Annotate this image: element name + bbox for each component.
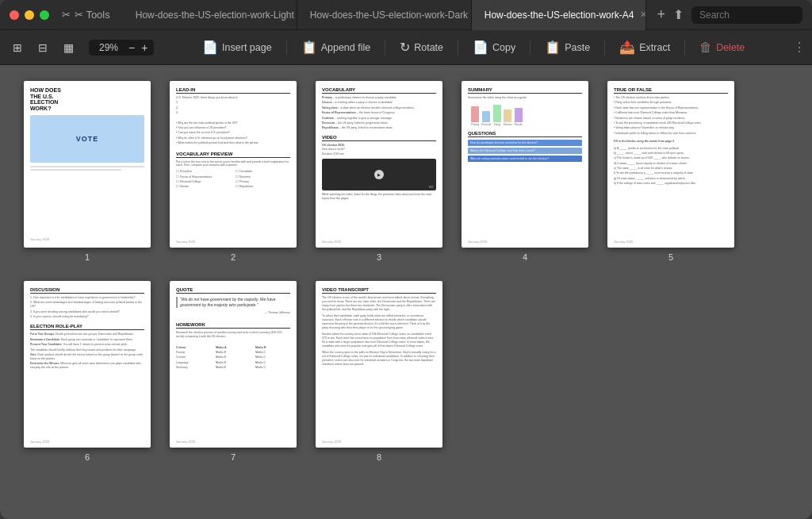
add-tab-button[interactable]: + bbox=[649, 3, 673, 27]
page7-footer: January 2020 bbox=[176, 440, 195, 444]
grid-view-button[interactable]: ⊞ bbox=[6, 37, 29, 59]
page5-blank6: f) To win the presidency a _____ must re… bbox=[614, 171, 728, 175]
delete-icon: 🗑 bbox=[699, 40, 712, 55]
page8-p1: The US election is one of the world's be… bbox=[322, 296, 436, 312]
delete-button[interactable]: 🗑 Delete bbox=[691, 37, 753, 59]
page-item-1[interactable]: HOW DOESTHE U.S.ELECTIONWORK? VOTE Janua… bbox=[24, 81, 151, 262]
page7-hw-text: Research the election process of another… bbox=[176, 331, 290, 339]
page-thumb-2: LEAD-IN U.S. Election 2020: three things… bbox=[170, 81, 297, 248]
page7-col2-h: Marks A bbox=[216, 346, 251, 350]
more-options-button[interactable]: ⋮ bbox=[793, 40, 806, 55]
page4-subtext: Summarise the video using the chart as a… bbox=[468, 96, 582, 100]
page-label-7: 7 bbox=[231, 452, 236, 462]
zoom-input[interactable]: 29% bbox=[94, 42, 124, 53]
page7-col2-r2: Marks B bbox=[216, 356, 251, 359]
page6-heading2: ELECTION ROLE-PLAY bbox=[30, 324, 144, 330]
page5-blank1: a) A _____ similar to an election for th… bbox=[614, 147, 728, 151]
tools-menu[interactable]: ✂ ✂ Tools bbox=[62, 9, 110, 21]
zoom-out-button[interactable]: − bbox=[127, 41, 136, 54]
page7-col1-r4: Summary bbox=[176, 366, 211, 370]
page-label-4: 4 bbox=[523, 252, 527, 262]
preview-button[interactable]: ▦ bbox=[57, 37, 79, 59]
page-label-5: 5 bbox=[668, 252, 673, 262]
page5-instruction6: • To win the presidency, a candidate nee… bbox=[614, 121, 728, 125]
page-label-8: 8 bbox=[377, 452, 381, 462]
page7-author: — Thomas Jefferson bbox=[176, 311, 290, 315]
page3-vocab3: Voting slate – a slate when an election … bbox=[322, 106, 436, 110]
page2-footer: January 2020 bbox=[176, 240, 195, 244]
append-file-button[interactable]: 📋 Append file bbox=[293, 36, 379, 59]
page2-q1: • Why are the two main political parties… bbox=[176, 121, 290, 125]
page1-title: HOW DOESTHE U.S.ELECTIONWORK? bbox=[30, 87, 144, 112]
page-item-4[interactable]: SUMMARY Summarise the video using the ch… bbox=[462, 81, 588, 262]
insert-page-button[interactable]: 📄 Insert page bbox=[194, 36, 280, 59]
titlebar-actions: ⬆ bbox=[673, 6, 802, 24]
page3-vocab4: House of Representatives – the lower hou… bbox=[322, 111, 436, 115]
pdf-tools: 📄 Insert page 📋 Append file ↻ Rotate 📄 C… bbox=[154, 36, 793, 59]
page-item-5[interactable]: TRUE OR FALSE • The US election involves… bbox=[607, 81, 734, 262]
page3-vocab2: Caucus – a meeting within a party to cho… bbox=[322, 101, 436, 105]
page1-vote-graphic: VOTE bbox=[30, 115, 144, 163]
share-icon[interactable]: ⬆ bbox=[673, 7, 684, 22]
tab-close-icon[interactable]: ✕ bbox=[640, 10, 645, 20]
page3-heading2: VIDEO bbox=[322, 135, 436, 141]
tab-dark[interactable]: How-does-the-US-election-work-Dark bbox=[297, 0, 472, 30]
page3-vocab5: Coalition – working together to give a s… bbox=[322, 117, 436, 121]
page5-instruction8: • Individuals prefer to telling states t… bbox=[614, 132, 728, 136]
extract-icon: 📤 bbox=[619, 40, 635, 55]
page5-blank4: d) 2 states _____ have majority to decla… bbox=[614, 162, 728, 166]
pdf-toolbar: ⊞ ⊟ ▦ 29% − + 📄 Insert page 📋 Append fil… bbox=[0, 30, 812, 65]
search-input[interactable] bbox=[691, 6, 802, 24]
page7-col3-r1: Marks C bbox=[255, 351, 290, 355]
page3-heading1: VOCABULARY bbox=[322, 87, 436, 94]
rotate-button[interactable]: ↻ Rotate bbox=[392, 36, 451, 59]
page8-heading: VIDEO TRANSCRIPT bbox=[322, 287, 436, 294]
page2-subtext1: U.S. Election 2020: three things you kno… bbox=[176, 96, 290, 100]
page-item-6[interactable]: DISCUSSION 1. How important is it for ca… bbox=[24, 281, 151, 462]
zoom-in-button[interactable]: + bbox=[140, 41, 149, 54]
page6-rp2: Nominate a Candidate: Each group can nom… bbox=[30, 338, 144, 342]
page-item-8[interactable]: VIDEO TRANSCRIPT The US election is one … bbox=[316, 281, 442, 462]
page6-rp5: Vote: Each student should decide the win… bbox=[30, 353, 144, 361]
minimize-button[interactable] bbox=[25, 10, 34, 20]
maximize-button[interactable] bbox=[40, 10, 49, 20]
copy-button[interactable]: 📄 Copy bbox=[465, 36, 523, 59]
page1-line2 bbox=[30, 169, 121, 171]
titlebar: ✂ ✂ Tools How-does-the-US-election-work-… bbox=[0, 0, 812, 30]
page6-q3: 3. If you were deciding among candidates… bbox=[30, 310, 144, 314]
close-button[interactable] bbox=[10, 10, 19, 20]
tab-light[interactable]: How-does-the-US-election-work-Light bbox=[123, 0, 297, 30]
page-thumb-4: SUMMARY Summarise the video using the ch… bbox=[462, 81, 588, 248]
page2-heading1: LEAD-IN bbox=[176, 87, 290, 94]
page4-q1: How do candidates become nominees for th… bbox=[468, 140, 582, 146]
page4-q2: What is the Electoral College, and how d… bbox=[468, 148, 582, 154]
extract-button[interactable]: 📤 Extract bbox=[611, 36, 678, 59]
page2-check7: ☐ Primary bbox=[236, 180, 290, 184]
rotate-label: Rotate bbox=[414, 42, 443, 53]
tab-a4[interactable]: How-does-the-US-election-work-A4 ✕ bbox=[472, 0, 646, 30]
paste-button[interactable]: 📋 Paste bbox=[537, 36, 598, 59]
page6-rp4: The candidate should briefly address the… bbox=[30, 348, 144, 352]
page3-video-title: US election 2016:How does it work? bbox=[322, 144, 436, 152]
page-item-2[interactable]: LEAD-IN U.S. Election 2020: three things… bbox=[170, 81, 297, 262]
page3-video-duration: Duration 2:50 min bbox=[322, 152, 436, 156]
page2-check8: ☐ Republican bbox=[236, 185, 290, 189]
page-item-3[interactable]: VOCABULARY Primary – a preliminary elect… bbox=[316, 81, 442, 262]
tab-dark-label: How-does-the-US-election-work-Dark bbox=[310, 10, 468, 21]
list-view-button[interactable]: ⊟ bbox=[32, 37, 54, 59]
paste-icon: 📋 bbox=[545, 40, 561, 55]
page6-q4: 4. In your opinion, should voting be man… bbox=[30, 315, 144, 319]
page5-blank5: e) The state _____ is all rules for what… bbox=[614, 167, 728, 171]
page-item-7[interactable]: QUOTE "We do not have government by the … bbox=[170, 281, 297, 462]
traffic-lights bbox=[10, 10, 49, 20]
page1-line1 bbox=[30, 166, 144, 167]
page7-col1-r2: Content bbox=[176, 356, 211, 359]
video-presenter: BBC bbox=[429, 186, 434, 189]
insert-page-icon: 📄 bbox=[202, 40, 218, 55]
page5-blank3: c) The house is made up of 540 _____ who… bbox=[614, 156, 728, 160]
page7-col3-r3: Marks C bbox=[255, 361, 290, 365]
page7-col1-r1: Format bbox=[176, 351, 211, 355]
insert-page-label: Insert page bbox=[222, 42, 272, 53]
paste-label: Paste bbox=[565, 42, 590, 53]
append-file-label: Append file bbox=[321, 42, 371, 53]
